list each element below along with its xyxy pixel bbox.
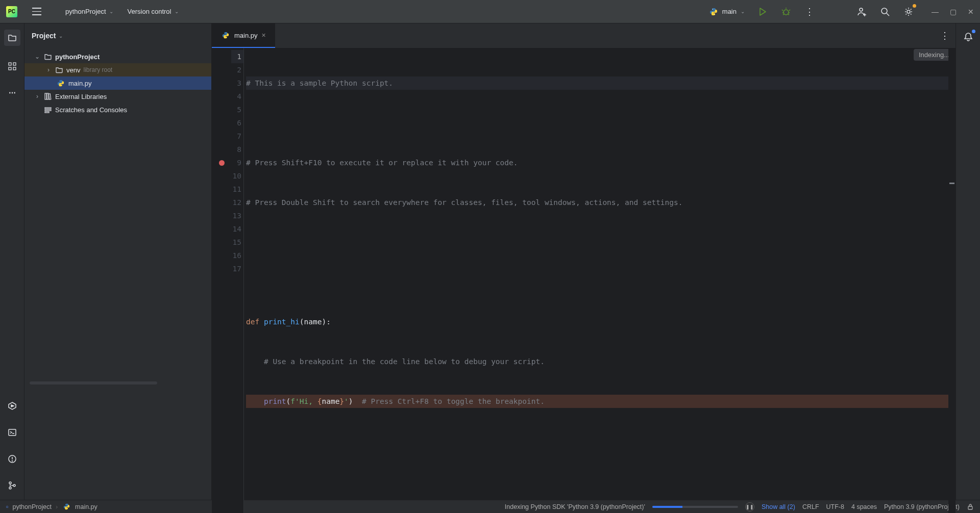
readonly-lock-icon[interactable] (967, 503, 974, 510)
breadcrumb-project: pythonProject (12, 503, 51, 510)
tab-main-py[interactable]: main.py × (212, 23, 275, 48)
library-icon (44, 92, 52, 100)
tab-label: main.py (234, 32, 258, 39)
project-tool-window: Project ⌄ ⌄ pythonProject › venv library… (24, 23, 212, 500)
project-panel-title: Project (32, 32, 56, 40)
scratches-icon (44, 106, 52, 114)
chevron-down-icon: ⌄ (741, 9, 745, 14)
gutter-icons[interactable] (212, 48, 231, 513)
editor-more-actions-button[interactable]: ⋮ (940, 30, 949, 41)
overview-ruler[interactable] (948, 48, 955, 513)
breadcrumb-separator-icon: › (56, 503, 58, 510)
code-with-me-button[interactable] (854, 4, 869, 19)
tree-venv-folder[interactable]: › venv library root (24, 63, 211, 76)
breadcrumb-file: main.py (75, 503, 97, 510)
navigation-breadcrumb[interactable]: ▫ pythonProject › main.py (6, 502, 97, 511)
tree-main-py-file[interactable]: main.py (24, 76, 211, 90)
ide-logo: PC (6, 6, 17, 17)
close-tab-button[interactable]: × (262, 31, 266, 39)
terminal-tool-button[interactable] (6, 426, 18, 439)
svg-line-4 (782, 10, 783, 11)
svg-rect-17 (13, 63, 16, 65)
close-window-button[interactable]: ✕ (968, 8, 974, 16)
titlebar: PC pythonProject ⌄ Version control ⌄ mai… (0, 0, 980, 23)
python-icon (221, 31, 230, 40)
maximize-window-button[interactable]: ▢ (950, 8, 957, 16)
svg-rect-31 (48, 94, 51, 99)
project-dropdown[interactable]: pythonProject ⌄ (60, 6, 118, 17)
svg-point-15 (907, 10, 910, 13)
services-tool-button[interactable] (6, 400, 18, 412)
project-panel-header[interactable]: Project ⌄ (24, 23, 211, 48)
settings-button[interactable] (901, 4, 916, 19)
svg-point-0 (712, 9, 713, 9)
code-editor[interactable]: 1 2 3 4 5 6 7 8 9 10 11 12 13 14 15 16 1… (212, 48, 955, 513)
svg-rect-34 (45, 112, 49, 113)
svg-marker-21 (11, 405, 14, 407)
svg-line-14 (887, 13, 889, 16)
project-tree: ⌄ pythonProject › venv library root main… (24, 48, 211, 118)
svg-rect-16 (9, 63, 11, 65)
run-configuration-selector[interactable]: main ⌄ (709, 7, 747, 16)
chevron-down-icon: ⌄ (109, 9, 113, 14)
svg-point-25 (12, 461, 12, 461)
tree-venv-label: venv (66, 66, 80, 74)
debug-button[interactable] (778, 4, 794, 19)
svg-rect-35 (968, 506, 972, 509)
tree-root-label: pythonProject (55, 53, 100, 61)
minimize-window-button[interactable]: — (932, 8, 939, 16)
tree-external-libraries[interactable]: › External Libraries (24, 90, 211, 103)
folder-icon (44, 53, 52, 61)
svg-point-13 (881, 8, 887, 14)
notifications-button[interactable] (962, 31, 974, 43)
tree-external-libs-label: External Libraries (55, 93, 107, 100)
editor-area: main.py × ⋮ Indexing... 1 2 3 4 5 6 7 8 … (212, 23, 955, 500)
python-icon (709, 7, 718, 16)
svg-line-8 (783, 14, 784, 15)
collapse-icon[interactable]: ⌄ (34, 53, 41, 60)
expand-icon[interactable]: › (34, 93, 41, 100)
line-numbers-gutter[interactable]: 1 2 3 4 5 6 7 8 9 10 11 12 13 14 15 16 1… (231, 48, 244, 513)
right-tool-stripe (955, 23, 980, 500)
svg-rect-33 (45, 110, 51, 111)
chevron-down-icon: ⌄ (175, 9, 179, 14)
project-tool-button[interactable] (4, 30, 20, 46)
svg-point-27 (9, 487, 11, 489)
breakpoint-marker[interactable] (219, 160, 225, 166)
tree-project-root[interactable]: ⌄ pythonProject (24, 50, 211, 63)
breadcrumb-square-icon: ▫ (6, 503, 8, 510)
svg-point-26 (9, 482, 11, 484)
code-content[interactable]: # This is a sample Python script. # Pres… (244, 48, 948, 513)
horizontal-scrollbar[interactable] (30, 381, 157, 384)
python-icon (56, 79, 65, 88)
svg-line-5 (789, 10, 790, 11)
search-everywhere-button[interactable] (877, 4, 893, 19)
svg-point-1 (714, 14, 715, 14)
run-button[interactable] (755, 4, 770, 19)
svg-point-28 (13, 484, 15, 486)
svg-rect-18 (9, 67, 11, 70)
chevron-down-icon: ⌄ (59, 33, 63, 39)
tree-scratches[interactable]: › Scratches and Consoles (24, 103, 211, 116)
tree-venv-note: library root (83, 66, 112, 73)
tree-scratches-label: Scratches and Consoles (55, 106, 127, 114)
main-menu-icon[interactable] (30, 5, 44, 19)
structure-tool-button[interactable] (6, 60, 18, 72)
expand-icon[interactable]: › (45, 66, 52, 73)
more-tool-windows-button[interactable]: ⋯ (6, 87, 18, 99)
problems-tool-button[interactable] (6, 453, 18, 465)
project-name-label: pythonProject (65, 8, 106, 15)
svg-rect-30 (47, 93, 48, 99)
run-config-name: main (722, 8, 737, 15)
more-actions-button[interactable]: ⋮ (802, 4, 817, 19)
svg-rect-29 (45, 93, 46, 99)
svg-rect-19 (13, 67, 16, 70)
folder-icon (55, 66, 63, 74)
version-control-dropdown[interactable]: Version control ⌄ (122, 6, 184, 17)
version-control-tool-button[interactable] (6, 479, 18, 492)
version-control-label: Version control (128, 8, 172, 15)
svg-rect-32 (45, 108, 51, 109)
svg-point-2 (783, 10, 789, 15)
svg-line-9 (788, 14, 789, 15)
editor-tabs: main.py × ⋮ (212, 23, 955, 48)
